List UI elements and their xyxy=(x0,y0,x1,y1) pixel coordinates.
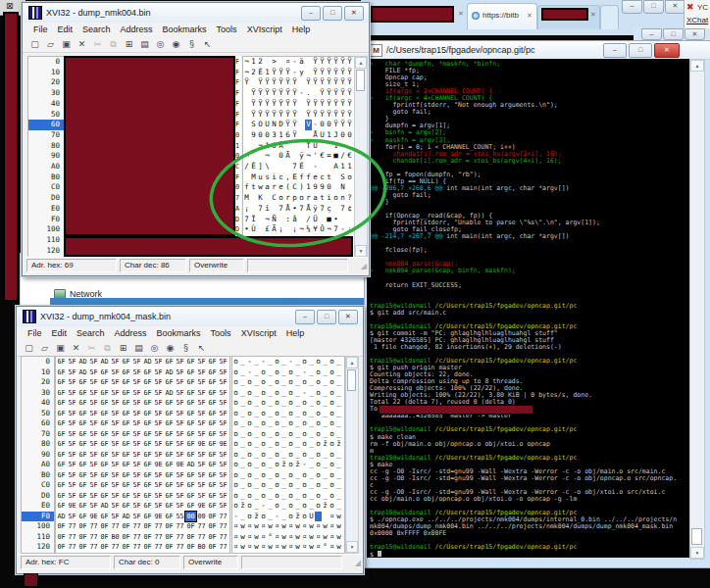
hex-byte-cell[interactable]: 0F xyxy=(99,532,110,543)
hex-byte-cell[interactable]: 6F xyxy=(207,450,218,461)
ascii-cell[interactable]: w xyxy=(335,521,342,532)
ascii-cell[interactable]: É xyxy=(250,162,257,172)
ascii-cell[interactable]: _ xyxy=(239,409,246,419)
ascii-cell[interactable]: _ xyxy=(308,491,315,502)
ascii-cell[interactable]: _ xyxy=(335,460,342,470)
ascii-cell[interactable]: _ xyxy=(308,501,315,512)
hex-byte-cell[interactable]: 6F xyxy=(185,491,196,502)
address-gutter[interactable]: 0102030405060708090A0B0C0D0E0F0100110120 xyxy=(21,356,55,554)
ascii-cell[interactable]: U xyxy=(319,130,326,141)
ascii-cell[interactable]: _ xyxy=(267,368,274,378)
address-row[interactable]: E0 xyxy=(28,204,64,215)
hex-byte-cell[interactable]: 00 xyxy=(185,512,196,522)
ascii-cell[interactable] xyxy=(250,151,257,162)
hex-byte-cell[interactable]: 5F xyxy=(110,491,121,502)
ascii-cell[interactable]: o xyxy=(301,512,308,522)
hex-byte-cell[interactable]: 6F xyxy=(142,460,153,470)
ascii-cell[interactable]: o xyxy=(315,460,322,470)
menu-item-bookmarks[interactable]: Bookmarks xyxy=(152,328,206,338)
hex-byte-cell[interactable]: 6F xyxy=(164,470,175,481)
ascii-cell[interactable]: _ xyxy=(267,429,274,440)
hex-byte-cell[interactable]: AD xyxy=(164,368,175,378)
ascii-cell[interactable] xyxy=(332,182,339,193)
hex-byte-cell[interactable]: 77 xyxy=(218,521,228,532)
ascii-cell[interactable]: Ÿ xyxy=(312,57,319,68)
ascii-cell[interactable]: Ñ xyxy=(271,215,278,225)
hex-byte-cell[interactable]: 5F xyxy=(131,357,142,368)
hex-byte-cell[interactable]: 6F xyxy=(99,398,110,409)
ascii-cell[interactable]: o xyxy=(315,480,322,491)
ascii-cell[interactable]: _ xyxy=(322,491,329,502)
hex-byte-cell[interactable]: 5F xyxy=(196,409,207,419)
ascii-cell[interactable]: ¤ xyxy=(232,532,239,543)
copy-icon[interactable]: ⧉ xyxy=(107,38,120,51)
hex-byte-cell[interactable]: 77 xyxy=(131,521,142,532)
ascii-cell[interactable]: o xyxy=(246,512,253,522)
ascii-cell[interactable]: _ xyxy=(322,368,329,378)
hex-byte-cell[interactable]: 6F xyxy=(207,460,218,470)
ascii-cell[interactable]: Ÿ xyxy=(346,88,353,99)
hex-byte-cell[interactable]: 0F xyxy=(185,521,196,532)
hex-byte-cell[interactable]: 6F xyxy=(77,409,88,419)
hex-byte-cell[interactable]: 5F xyxy=(196,388,207,399)
hex-byte-cell[interactable]: 0F xyxy=(207,542,218,553)
ascii-cell[interactable]: € xyxy=(319,151,326,162)
ascii-cell[interactable]: o xyxy=(260,480,267,491)
ascii-cell[interactable]: o xyxy=(246,398,253,409)
hex-byte-cell[interactable]: AD xyxy=(185,460,196,470)
ascii-cell[interactable]: ¬ xyxy=(257,141,264,152)
ascii-cell[interactable]: ¤ xyxy=(246,542,253,553)
ascii-cell[interactable]: _ xyxy=(239,388,246,399)
ascii-cell[interactable]: _ xyxy=(294,429,301,440)
ascii-row[interactable]: ¡ 7î 7Å•7Åÿ7ç 7¢ xyxy=(243,204,353,215)
hex-byte-cell[interactable]: 5F xyxy=(153,429,164,440)
ascii-cell[interactable]: o xyxy=(246,450,253,461)
ascii-cell[interactable]: o xyxy=(329,368,335,378)
ascii-cell[interactable]: o xyxy=(329,398,335,409)
hex-byte-cell[interactable]: 6F xyxy=(207,388,218,399)
hex-byte-cell[interactable]: 0F xyxy=(164,532,175,543)
ascii-cell[interactable]: Ÿ xyxy=(264,110,271,121)
hex-byte-cell[interactable]: 5F xyxy=(175,501,185,512)
hex-byte-cell[interactable]: AD xyxy=(142,357,153,368)
ascii-cell[interactable]: ¤ xyxy=(287,521,294,532)
redaction-bar-browser-tab-1[interactable] xyxy=(371,6,454,23)
ascii-cell[interactable]: o xyxy=(329,491,335,502)
delete-icon[interactable]: ✕ xyxy=(76,38,88,51)
hex-byte-cell[interactable]: 77 xyxy=(131,542,142,553)
ascii-cell[interactable]: _ xyxy=(239,398,246,409)
ascii-cell[interactable]: _ xyxy=(335,357,342,368)
hex-byte-cell[interactable]: 5F xyxy=(218,491,228,502)
ascii-cell[interactable]: 6 xyxy=(284,130,291,141)
hex-byte-cell[interactable]: 6F xyxy=(142,368,153,378)
ascii-cell[interactable]: ¬ xyxy=(243,151,250,162)
ascii-cell[interactable]: 1 xyxy=(346,162,353,172)
context-help-icon[interactable]: ↖ xyxy=(201,38,214,51)
hex-byte-cell[interactable]: 77 xyxy=(88,521,99,532)
ascii-cell[interactable]: o xyxy=(274,480,280,491)
ascii-cell[interactable]: £ xyxy=(264,224,271,235)
hex-byte-cell[interactable]: 77 xyxy=(88,542,99,553)
ascii-cell[interactable]: ¡ xyxy=(291,224,298,235)
minimize-button[interactable]: – xyxy=(603,43,627,58)
ascii-cell[interactable]: o xyxy=(260,388,267,399)
ascii-cell[interactable]: o xyxy=(301,470,308,481)
address-row[interactable]: 60 xyxy=(28,120,64,130)
address-row[interactable]: 20 xyxy=(22,377,54,388)
hex-row[interactable]: 6F5FAD5F6F5F6F5F6F5FAD5F6F5F6F5F xyxy=(56,368,228,378)
close-button[interactable]: ✕ xyxy=(338,310,358,324)
ascii-cell[interactable]: . xyxy=(305,88,312,99)
ascii-cell[interactable]: _ xyxy=(335,450,342,461)
hex-byte-cell[interactable]: 5F xyxy=(153,480,164,491)
ascii-cell[interactable]: Ÿ xyxy=(312,68,319,78)
ascii-cell[interactable]: _ xyxy=(239,377,246,388)
ascii-cell[interactable]: Ÿ xyxy=(319,99,326,110)
hex-byte-cell[interactable]: 6F xyxy=(121,429,131,440)
ascii-cell[interactable] xyxy=(319,215,326,225)
ascii-cell[interactable]: o xyxy=(315,398,322,409)
ascii-cell[interactable]: _ xyxy=(253,501,260,512)
hex-byte-cell[interactable]: 6F xyxy=(56,491,67,502)
ascii-cell[interactable] xyxy=(305,57,312,68)
ascii-cell[interactable] xyxy=(291,151,298,162)
ascii-cell[interactable]: o xyxy=(287,480,294,491)
